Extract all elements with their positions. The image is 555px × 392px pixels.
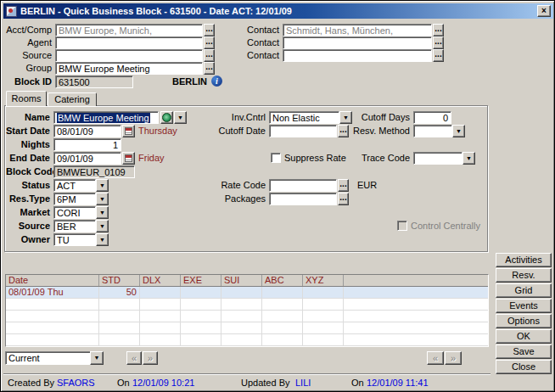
end-date-label: End Date (6, 152, 50, 165)
created-on-label: On (117, 378, 130, 389)
grid-cell-sui[interactable] (221, 287, 262, 298)
agent-field[interactable] (55, 36, 203, 49)
acct-comp-lookup-button[interactable]: ... (204, 24, 215, 36)
grid-cell-xyz[interactable] (303, 287, 344, 298)
owner-dropdown-button[interactable]: ▼ (96, 233, 109, 246)
start-date-weekday: Thursday (138, 125, 189, 137)
resv-method-label: Resv. Method (339, 125, 410, 137)
cutoff-days-field[interactable]: 0 (413, 111, 451, 124)
end-date-calendar-button[interactable] (122, 152, 135, 165)
acct-comp-field[interactable]: BMW Europe, Munich, (55, 24, 203, 36)
inv-cntrl-label: Inv.Cntrl (221, 111, 266, 124)
grid-row-1[interactable]: 08/01/09 Thu 50 (6, 287, 488, 299)
grid-page-left-button: « (427, 351, 444, 365)
name-field[interactable]: BMW Europe Meeting (53, 111, 159, 124)
close-icon[interactable]: × (537, 5, 551, 17)
info-icon[interactable]: i (211, 76, 222, 87)
tab-catering[interactable]: Catering (48, 92, 97, 106)
grid-col-date: Date (6, 275, 99, 286)
status-dropdown-button[interactable]: ▼ (96, 179, 109, 192)
rate-code-lookup-button[interactable]: ... (338, 179, 349, 192)
contact1-lookup-button[interactable]: ... (433, 24, 444, 36)
quick-business-block-window: BERLIN - Quick Business Block - 631500 -… (0, 0, 555, 392)
contact3-label: Contact (238, 49, 279, 62)
block-code-label: Block Code (6, 165, 50, 178)
tab-rooms[interactable]: Rooms (6, 91, 47, 106)
calendar-icon (125, 127, 132, 135)
trace-code-field[interactable] (413, 152, 462, 165)
agent-lookup-button[interactable]: ... (204, 36, 215, 49)
grid-col-dlx: DLX (140, 275, 181, 286)
created-by-value: SFAORS (57, 378, 95, 389)
grid-cell-exe[interactable] (181, 287, 221, 298)
updated-by-value: LILI (295, 378, 311, 389)
grid-cell-filler (344, 287, 488, 298)
rate-code-field[interactable] (269, 179, 337, 192)
resv-button[interactable]: Resv. (496, 268, 552, 283)
market-field[interactable]: CORI (53, 206, 96, 219)
ok-button[interactable]: OK (496, 329, 552, 344)
activities-button[interactable]: Activities (496, 253, 552, 267)
res-type-dropdown-button[interactable]: ▼ (96, 193, 109, 205)
status-field[interactable]: ACT (53, 179, 96, 192)
start-date-calendar-button[interactable] (122, 125, 135, 137)
calendar-icon (125, 154, 132, 162)
packages-lookup-button[interactable]: ... (338, 193, 349, 205)
close-button[interactable]: Close (496, 360, 552, 374)
grid-row-empty (6, 299, 488, 311)
trace-code-dropdown-button[interactable]: ▼ (462, 152, 475, 165)
cutoff-days-label: Cutoff Days (357, 111, 410, 124)
packages-field[interactable] (269, 193, 337, 205)
grid-page-right-button: » (445, 351, 462, 365)
source-field[interactable] (55, 49, 203, 62)
group-field[interactable]: BMW Europe Meeting (55, 62, 203, 75)
block-id-label: Block ID (6, 76, 52, 88)
suppress-rate-checkbox[interactable] (271, 153, 281, 163)
name-dropdown-button[interactable]: ▼ (174, 111, 187, 124)
contact2-lookup-button[interactable]: ... (433, 36, 444, 49)
title-bar[interactable]: BERLIN - Quick Business Block - 631500 -… (3, 3, 553, 19)
grid-cell-dlx[interactable] (140, 287, 181, 298)
status-label: Status (6, 179, 50, 192)
cutoff-date-field[interactable] (269, 125, 337, 137)
owner-field[interactable]: TU (53, 233, 96, 246)
inv-cntrl-field[interactable]: Non Elastic (269, 111, 339, 124)
options-button[interactable]: Options (496, 314, 552, 328)
source2-field[interactable]: BER (53, 220, 96, 232)
save-button[interactable]: Save (496, 344, 552, 359)
end-date-field[interactable]: 09/01/09 (53, 152, 121, 165)
owner-label: Owner (6, 233, 50, 246)
nights-field[interactable]: 1 (53, 138, 121, 151)
grid-cell-date[interactable]: 08/01/09 Thu (6, 287, 99, 298)
nights-label: Nights (6, 138, 50, 151)
market-dropdown-button[interactable]: ▼ (96, 206, 109, 219)
contact3-lookup-button[interactable]: ... (433, 49, 444, 62)
group-lookup-button[interactable]: ... (204, 62, 215, 75)
control-centrally-checkbox (397, 221, 407, 231)
contact2-field[interactable] (283, 36, 432, 49)
res-type-field[interactable]: 6PM (53, 193, 96, 205)
events-button[interactable]: Events (496, 299, 552, 313)
room-grid[interactable]: Date STD DLX EXE SUI ABC XYZ 08/01/09 Th… (5, 274, 489, 347)
grid-col-abc: ABC (262, 275, 303, 286)
source2-dropdown-button[interactable]: ▼ (96, 220, 109, 232)
contact2-label: Contact (238, 36, 279, 49)
resv-method-dropdown-button[interactable]: ▼ (452, 125, 465, 137)
grid-row-empty (6, 334, 488, 346)
contact3-field[interactable] (283, 49, 432, 62)
contact1-label: Contact (238, 24, 279, 36)
grid-cell-std[interactable]: 50 (99, 287, 140, 298)
grid-scroll-left-button: « (126, 351, 142, 365)
contact1-field[interactable]: Schmidt, Hans, München, (283, 24, 432, 36)
grid-view-select[interactable]: Current (5, 351, 91, 365)
app-icon (6, 6, 17, 17)
inv-cntrl-dropdown-button[interactable]: ▼ (339, 111, 352, 124)
grid-button[interactable]: Grid (496, 283, 552, 298)
start-date-field[interactable]: 08/01/09 (53, 125, 121, 137)
grid-cell-abc[interactable] (262, 287, 303, 298)
control-centrally-label: Control Centrally (411, 220, 487, 232)
grid-view-dropdown-button[interactable]: ▼ (90, 351, 104, 365)
source-lookup-button[interactable]: ... (204, 49, 215, 62)
name-globe-button[interactable] (160, 111, 173, 124)
resv-method-field[interactable] (413, 125, 452, 137)
